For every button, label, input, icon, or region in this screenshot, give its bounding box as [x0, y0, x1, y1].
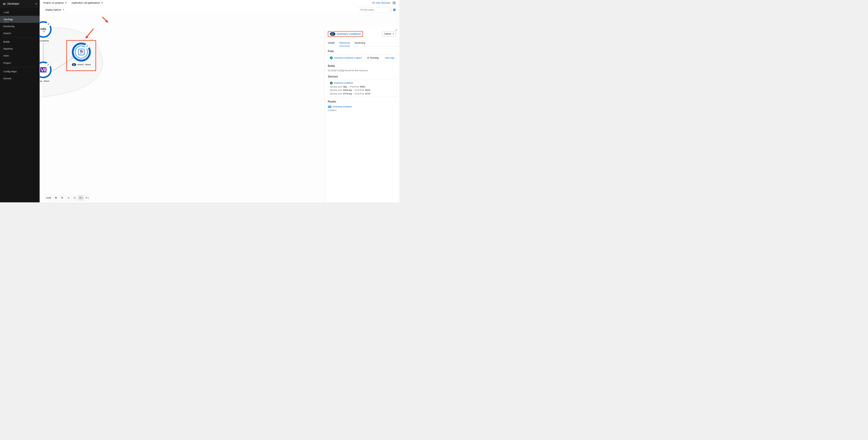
open-url-decorator[interactable]	[85, 44, 89, 48]
sync-icon	[367, 57, 369, 59]
svg-rect-2	[392, 2, 393, 2]
svg-rect-4	[392, 3, 393, 3]
keyboard-shortcut-badge: /	[389, 8, 392, 11]
chevron-down-icon	[101, 2, 103, 3]
svg-marker-18	[80, 50, 82, 52]
list-view-icon[interactable]	[392, 2, 396, 4]
actions-button[interactable]: Actions	[382, 32, 396, 37]
layout-1-label: 1	[82, 197, 83, 199]
nav-builds[interactable]: Builds	[0, 38, 40, 45]
annotation-arrow-icon	[101, 16, 109, 24]
pod-link[interactable]: inventory-coolstore-1-gkrp7	[335, 57, 362, 59]
topology-canvas[interactable]: odeJS o-coolstore DC invent...lstore	[40, 14, 399, 202]
reset-view-button[interactable]	[72, 195, 77, 200]
chevron-down-icon	[65, 2, 67, 3]
chevron-down-icon	[393, 34, 394, 34]
svg-marker-20	[80, 52, 82, 54]
pods-heading: Pods	[328, 50, 396, 53]
nav-secrets[interactable]: Secrets	[0, 75, 40, 82]
tab-resources[interactable]: Resources	[339, 40, 350, 46]
panel-title[interactable]: inventory-coolstore	[337, 32, 361, 36]
builds-heading: Builds	[328, 64, 396, 67]
sidebar: Developer +Add Topology Monitoring Searc…	[0, 0, 40, 202]
builds-empty-text: No Build Configs found for this resource…	[328, 69, 396, 72]
routes-heading: Routes	[328, 100, 396, 103]
open-url-decorator[interactable]	[46, 63, 51, 67]
layout-1-button[interactable]: 1	[78, 195, 84, 200]
pod-status: Running	[367, 57, 379, 59]
annotation-highlight: DC inventory-coolstore	[328, 31, 363, 37]
topbar: Project: cn-project1 Application: all ap…	[40, 0, 399, 6]
project-selector[interactable]: Project: cn-project1	[43, 2, 66, 4]
svg-rect-6	[392, 4, 393, 4]
application-selector[interactable]: Application: all applications	[71, 2, 103, 4]
nav-topology[interactable]: Topology	[0, 16, 40, 23]
nav-search[interactable]: Search	[0, 30, 40, 37]
vertx-icon	[40, 66, 48, 74]
topology-node[interactable]: tewa...lstore	[40, 62, 52, 78]
service-port-line: Service port: 8778-tcp ➝ Pod Port: 8778	[330, 92, 395, 95]
zoom-in-button[interactable]	[54, 195, 59, 200]
pod-row: P inventory-coolstore-1-gkrp7 Running Vi…	[328, 55, 396, 61]
topology-node[interactable]: odeJS o-coolstore	[40, 21, 52, 38]
route-box: RT inventory-coolstore Location:	[328, 105, 396, 111]
code-icon	[3, 3, 6, 5]
svg-line-31	[63, 198, 63, 199]
pod-badge-icon: P	[330, 57, 333, 59]
svg-text:JS: JS	[43, 31, 44, 32]
view-logs-link[interactable]: View logs	[385, 57, 395, 59]
fit-to-screen-button[interactable]	[66, 195, 71, 200]
shortcuts-text: View shortcuts	[376, 2, 390, 4]
chevron-down-icon	[63, 9, 64, 10]
perspective-label: Developer	[7, 2, 36, 5]
find-by-name-input[interactable]	[359, 7, 392, 12]
svg-rect-7	[393, 4, 396, 4]
layout-2-label: 2	[88, 197, 89, 199]
svg-rect-3	[393, 2, 396, 2]
nav-configmaps[interactable]: Config Maps	[0, 68, 40, 75]
nav-helm[interactable]: Helm	[0, 53, 40, 59]
nav-pipelines[interactable]: Pipelines	[0, 45, 40, 53]
svg-text:?: ?	[373, 2, 374, 4]
route-location-label: Location:	[328, 109, 396, 111]
service-port-line: Service port: http ➝ Pod Port: 8080	[330, 86, 395, 88]
display-options-label: Display Options	[45, 8, 61, 11]
svg-line-37	[80, 198, 80, 199]
tabs: Details Resources Monitoring	[325, 40, 399, 46]
tab-monitoring[interactable]: Monitoring	[354, 40, 365, 46]
display-options-button[interactable]: Display Options	[43, 7, 66, 12]
help-icon: ?	[372, 2, 375, 4]
svg-line-27	[57, 198, 57, 199]
info-icon[interactable]: i	[393, 8, 396, 11]
svg-line-38	[80, 198, 81, 199]
tab-details[interactable]: Details	[328, 40, 335, 46]
nav-add[interactable]: +Add	[0, 9, 40, 16]
layout-2-button[interactable]: 2	[85, 195, 90, 200]
nav-monitoring[interactable]: Monitoring	[0, 23, 40, 30]
topology-node-selected[interactable]: DC invent...lstore	[72, 43, 91, 62]
annotation-arrow-icon	[85, 28, 94, 39]
main: Project: cn-project1 Application: all ap…	[40, 0, 399, 202]
view-shortcuts-link[interactable]: ? View shortcuts	[372, 2, 390, 4]
svg-line-21	[87, 29, 93, 37]
open-url-decorator[interactable]	[46, 22, 51, 27]
svg-text:ode: ode	[40, 27, 46, 31]
project-label: Project: cn-project1	[43, 2, 64, 4]
chevron-down-icon	[35, 4, 37, 4]
close-button[interactable]: ✕	[395, 28, 397, 32]
services-heading: Services	[328, 75, 396, 78]
service-link[interactable]: inventory-coolstore	[334, 81, 353, 84]
nodejs-icon: odeJS	[40, 27, 48, 33]
node-label: DC invent...lstore	[70, 63, 93, 67]
nav: +Add Topology Monitoring Search Builds P…	[0, 8, 40, 82]
node-label: tewa...lstore	[40, 79, 51, 83]
route-badge-icon: RT	[328, 106, 331, 108]
route-link[interactable]: inventory-coolstore	[333, 105, 352, 108]
perspective-switcher[interactable]: Developer	[0, 0, 40, 8]
node-label-peek: cools	[44, 196, 53, 200]
service-badge-icon: S	[330, 81, 333, 84]
zoom-out-button[interactable]	[60, 195, 65, 200]
svg-line-43	[86, 198, 86, 199]
toolbar: Display Options / i	[40, 6, 399, 14]
nav-project[interactable]: Project	[0, 59, 40, 66]
